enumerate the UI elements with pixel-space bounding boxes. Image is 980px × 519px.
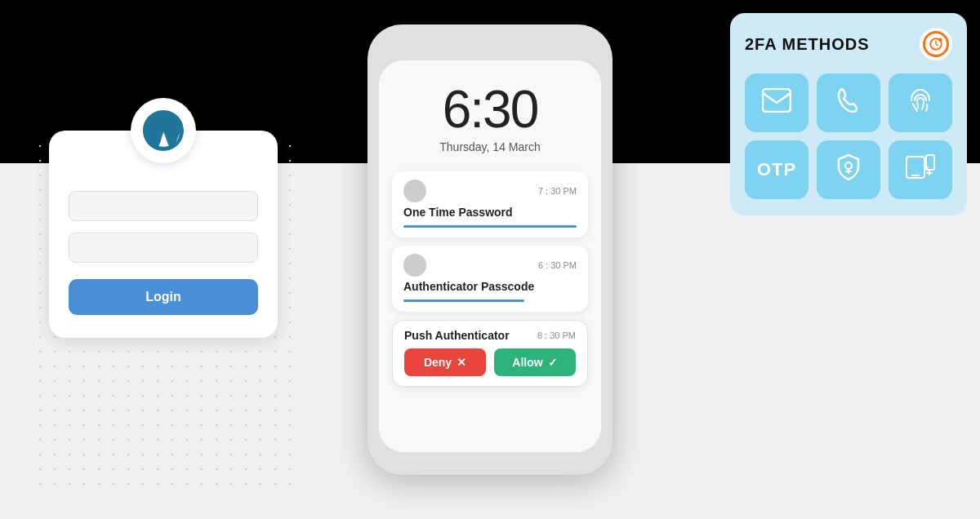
method-shield[interactable] [817,140,880,199]
login-button[interactable]: Login [69,279,258,315]
svg-point-3 [845,162,852,169]
email-icon [762,88,791,118]
otp-label: OTP [757,159,796,180]
deny-button[interactable]: Deny ✕ [404,348,486,376]
notif-bar-2 [403,299,524,302]
allow-button[interactable]: Allow ✓ [494,348,576,376]
notif-time-2: 6 : 30 PM [538,260,577,270]
shield-key-icon [835,153,862,187]
push-title: Push Authenticator [404,329,510,342]
password-field[interactable]: ****************** [69,233,258,263]
phone-svg [837,87,860,113]
method-otp[interactable]: OTP [745,140,808,199]
twofa-logo [920,28,952,60]
method-phone[interactable] [817,73,880,132]
device-svg [906,154,935,180]
method-device[interactable] [889,140,952,199]
notif-title-2: Authenticator Passcode [403,280,577,293]
wordpress-logo-container [131,98,196,163]
phone-time: 6:30 [392,83,588,135]
device-icon [906,154,935,186]
notif-bar-1 [403,225,577,228]
notif-title-1: One Time Password [403,206,577,219]
svg-point-1 [938,38,942,42]
timer-ring [923,31,949,57]
allow-icon: ✓ [548,356,558,369]
twofa-title: 2FA METHODS [745,35,870,54]
notif-authenticator: 6 : 30 PM Authenticator Passcode [392,246,588,312]
phone-screen: 6:30 Thursday, 14 March 7 : 30 PM One Ti… [379,60,601,452]
svg-rect-2 [763,89,791,112]
notif-otp: 7 : 30 PM One Time Password [392,171,588,237]
deny-label: Deny [424,356,452,369]
twofa-card: 2FA METHODS [730,13,967,215]
phone-date: Thursday, 14 March [392,140,588,153]
method-fingerprint[interactable] [889,73,952,132]
fingerprint-icon [906,86,934,120]
wordpress-logo [131,98,196,163]
timer-icon [929,37,943,51]
notif-push: Push Authenticator 8 : 30 PM Deny ✕ Allo… [392,320,588,387]
notif-dot-1 [403,180,426,202]
method-email[interactable] [745,73,808,132]
email-field[interactable]: admin@gamil.com [69,191,258,221]
push-time: 8 : 30 PM [537,330,576,340]
phone-frame: 6:30 Thursday, 14 March 7 : 30 PM One Ti… [368,24,612,475]
wp-icon [139,106,188,155]
deny-icon: ✕ [457,356,466,369]
push-actions: Deny ✕ Allow ✓ [404,348,576,376]
phone-mockup: 6:30 Thursday, 14 March 7 : 30 PM One Ti… [368,24,612,475]
phone-notch [453,39,527,57]
phone-icon [837,87,860,119]
shield-svg [835,153,862,181]
twofa-header: 2FA METHODS [745,28,952,60]
fingerprint-svg [906,86,934,114]
notif-dot-2 [403,254,426,277]
notif-time-1: 7 : 30 PM [538,186,577,196]
allow-label: Allow [512,356,542,369]
methods-grid: OTP [745,73,952,199]
wordpress-login-card: admin@gamil.com ****************** Login [49,131,278,338]
email-svg [762,88,791,113]
